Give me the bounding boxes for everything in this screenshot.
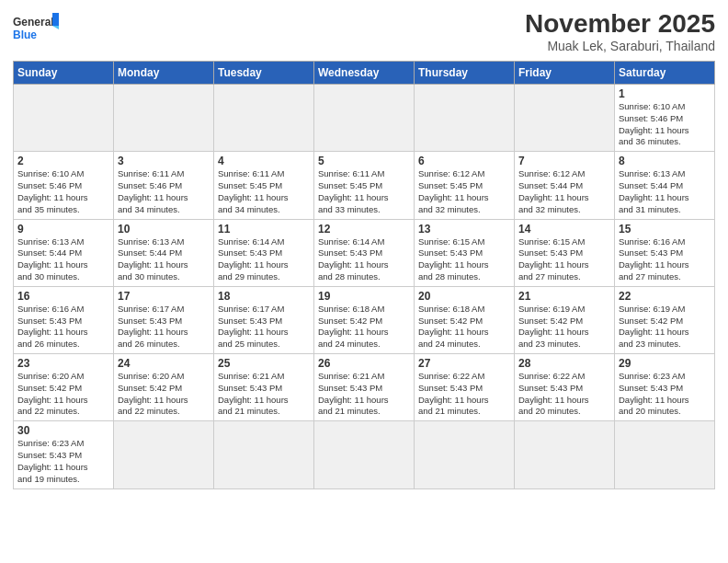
day-info: Sunrise: 6:16 AM Sunset: 5:43 PM Dayligh… (619, 236, 711, 283)
day-number: 30 (17, 424, 109, 437)
day-info: Sunrise: 6:23 AM Sunset: 5:43 PM Dayligh… (619, 371, 711, 418)
calendar-cell: 19Sunrise: 6:18 AM Sunset: 5:42 PM Dayli… (314, 286, 415, 353)
day-info: Sunrise: 6:20 AM Sunset: 5:42 PM Dayligh… (118, 371, 210, 418)
day-info: Sunrise: 6:11 AM Sunset: 5:46 PM Dayligh… (118, 168, 210, 215)
calendar-cell: 9Sunrise: 6:13 AM Sunset: 5:44 PM Daylig… (14, 219, 114, 286)
day-number: 20 (418, 290, 510, 303)
weekday-header-monday: Monday (114, 62, 214, 85)
day-number: 2 (17, 155, 109, 167)
calendar-cell (515, 85, 615, 152)
day-number: 27 (418, 357, 510, 370)
calendar-cell: 24Sunrise: 6:20 AM Sunset: 5:42 PM Dayli… (114, 354, 214, 421)
day-info: Sunrise: 6:17 AM Sunset: 5:43 PM Dayligh… (118, 304, 210, 350)
day-number: 28 (518, 357, 610, 370)
day-number: 29 (619, 357, 711, 370)
location: Muak Lek, Saraburi, Thailand (525, 39, 715, 53)
day-info: Sunrise: 6:21 AM Sunset: 5:43 PM Dayligh… (218, 371, 310, 418)
calendar-cell: 7Sunrise: 6:12 AM Sunset: 5:44 PM Daylig… (515, 152, 615, 219)
day-number: 19 (318, 290, 410, 303)
svg-text:Blue: Blue (13, 29, 37, 41)
calendar-cell: 15Sunrise: 6:16 AM Sunset: 5:43 PM Dayli… (615, 219, 715, 286)
day-number: 14 (518, 223, 610, 236)
day-info: Sunrise: 6:19 AM Sunset: 5:42 PM Dayligh… (619, 304, 711, 350)
day-number: 25 (218, 357, 310, 370)
calendar-cell: 23Sunrise: 6:20 AM Sunset: 5:42 PM Dayli… (14, 354, 114, 421)
calendar-cell (214, 421, 314, 488)
day-number: 7 (518, 155, 610, 167)
day-info: Sunrise: 6:14 AM Sunset: 5:43 PM Dayligh… (318, 236, 410, 283)
weekday-header-wednesday: Wednesday (314, 62, 415, 85)
day-info: Sunrise: 6:11 AM Sunset: 5:45 PM Dayligh… (218, 168, 310, 215)
header: General Blue November 2025 Muak Lek, Sar… (13, 9, 715, 53)
day-number: 24 (118, 357, 210, 370)
calendar-cell: 6Sunrise: 6:12 AM Sunset: 5:45 PM Daylig… (415, 152, 515, 219)
day-info: Sunrise: 6:18 AM Sunset: 5:42 PM Dayligh… (418, 304, 510, 350)
calendar-cell: 14Sunrise: 6:15 AM Sunset: 5:43 PM Dayli… (515, 219, 615, 286)
day-info: Sunrise: 6:16 AM Sunset: 5:43 PM Dayligh… (17, 304, 109, 350)
calendar-cell: 8Sunrise: 6:13 AM Sunset: 5:44 PM Daylig… (615, 152, 715, 219)
day-info: Sunrise: 6:13 AM Sunset: 5:44 PM Dayligh… (17, 236, 109, 283)
calendar-cell: 5Sunrise: 6:11 AM Sunset: 5:45 PM Daylig… (314, 152, 415, 219)
day-info: Sunrise: 6:15 AM Sunset: 5:43 PM Dayligh… (518, 236, 610, 283)
day-number: 11 (218, 223, 310, 236)
svg-marker-2 (52, 13, 59, 26)
calendar-cell: 3Sunrise: 6:11 AM Sunset: 5:46 PM Daylig… (114, 152, 214, 219)
calendar-cell (214, 85, 314, 152)
day-info: Sunrise: 6:12 AM Sunset: 5:45 PM Dayligh… (418, 168, 510, 215)
calendar-cell: 17Sunrise: 6:17 AM Sunset: 5:43 PM Dayli… (114, 286, 214, 353)
calendar-cell: 25Sunrise: 6:21 AM Sunset: 5:43 PM Dayli… (214, 354, 314, 421)
day-number: 10 (118, 223, 210, 236)
day-info: Sunrise: 6:21 AM Sunset: 5:43 PM Dayligh… (318, 371, 410, 418)
svg-text:General: General (13, 16, 54, 29)
day-info: Sunrise: 6:17 AM Sunset: 5:43 PM Dayligh… (218, 304, 310, 350)
day-number: 22 (619, 290, 711, 303)
day-number: 3 (118, 155, 210, 167)
day-info: Sunrise: 6:22 AM Sunset: 5:43 PM Dayligh… (518, 371, 610, 418)
calendar-cell: 18Sunrise: 6:17 AM Sunset: 5:43 PM Dayli… (214, 286, 314, 353)
weekday-header-row: SundayMondayTuesdayWednesdayThursdayFrid… (14, 62, 715, 85)
title-block: November 2025 Muak Lek, Saraburi, Thaila… (525, 9, 715, 53)
weekday-header-friday: Friday (515, 62, 615, 85)
day-info: Sunrise: 6:11 AM Sunset: 5:45 PM Dayligh… (318, 168, 410, 215)
calendar-cell (615, 421, 715, 488)
calendar-cell: 26Sunrise: 6:21 AM Sunset: 5:43 PM Dayli… (314, 354, 415, 421)
calendar-cell: 2Sunrise: 6:10 AM Sunset: 5:46 PM Daylig… (14, 152, 114, 219)
calendar-week-row: 23Sunrise: 6:20 AM Sunset: 5:42 PM Dayli… (14, 354, 715, 421)
weekday-header-tuesday: Tuesday (214, 62, 314, 85)
day-number: 26 (318, 357, 410, 370)
page: General Blue November 2025 Muak Lek, Sar… (0, 0, 728, 563)
calendar-cell (14, 85, 114, 152)
day-info: Sunrise: 6:10 AM Sunset: 5:46 PM Dayligh… (619, 101, 711, 148)
logo: General Blue (13, 9, 59, 50)
day-info: Sunrise: 6:20 AM Sunset: 5:42 PM Dayligh… (17, 371, 109, 418)
day-number: 17 (118, 290, 210, 303)
calendar-cell: 16Sunrise: 6:16 AM Sunset: 5:43 PM Dayli… (14, 286, 114, 353)
calendar-week-row: 16Sunrise: 6:16 AM Sunset: 5:43 PM Dayli… (14, 286, 715, 353)
day-number: 13 (418, 223, 510, 236)
day-info: Sunrise: 6:13 AM Sunset: 5:44 PM Dayligh… (118, 236, 210, 283)
day-number: 6 (418, 155, 510, 167)
calendar-cell (114, 421, 214, 488)
weekday-header-sunday: Sunday (14, 62, 114, 85)
calendar-cell: 30Sunrise: 6:23 AM Sunset: 5:43 PM Dayli… (14, 421, 114, 488)
day-number: 23 (17, 357, 109, 370)
calendar-cell: 11Sunrise: 6:14 AM Sunset: 5:43 PM Dayli… (214, 219, 314, 286)
calendar-cell: 1Sunrise: 6:10 AM Sunset: 5:46 PM Daylig… (615, 85, 715, 152)
calendar-cell: 29Sunrise: 6:23 AM Sunset: 5:43 PM Dayli… (615, 354, 715, 421)
weekday-header-thursday: Thursday (415, 62, 515, 85)
calendar-cell: 27Sunrise: 6:22 AM Sunset: 5:43 PM Dayli… (415, 354, 515, 421)
day-info: Sunrise: 6:15 AM Sunset: 5:43 PM Dayligh… (418, 236, 510, 283)
calendar-cell (415, 421, 515, 488)
day-number: 5 (318, 155, 410, 167)
day-info: Sunrise: 6:12 AM Sunset: 5:44 PM Dayligh… (518, 168, 610, 215)
day-number: 1 (619, 87, 711, 100)
logo-svg: General Blue (13, 9, 59, 50)
calendar-week-row: 1Sunrise: 6:10 AM Sunset: 5:46 PM Daylig… (14, 85, 715, 152)
calendar-week-row: 30Sunrise: 6:23 AM Sunset: 5:43 PM Dayli… (14, 421, 715, 488)
day-number: 8 (619, 155, 711, 167)
day-number: 21 (518, 290, 610, 303)
weekday-header-saturday: Saturday (615, 62, 715, 85)
calendar-cell: 28Sunrise: 6:22 AM Sunset: 5:43 PM Dayli… (515, 354, 615, 421)
day-info: Sunrise: 6:19 AM Sunset: 5:42 PM Dayligh… (518, 304, 610, 350)
day-number: 9 (17, 223, 109, 236)
